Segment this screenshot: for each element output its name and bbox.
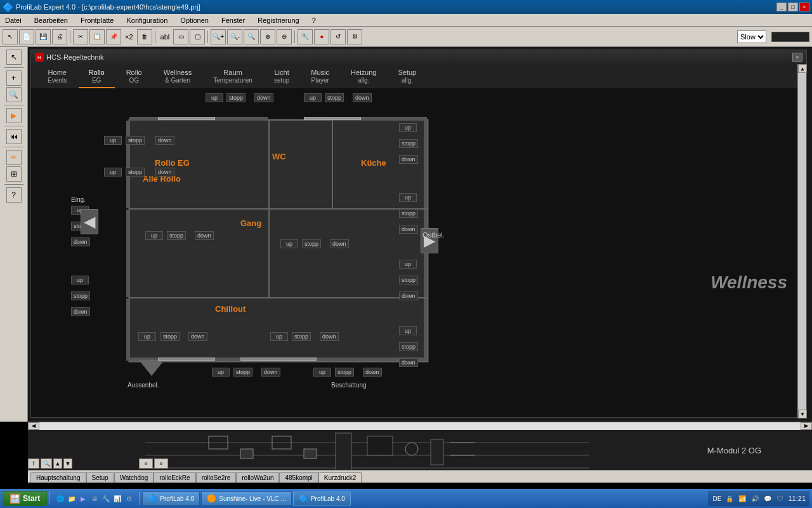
btn-chillout-r-stopp[interactable]: stopp [292, 332, 311, 341]
tab-raum[interactable]: Raum Temperaturen [203, 66, 263, 88]
tab-rollo-eg[interactable]: Rollo EG [79, 66, 115, 88]
btn-top2-down[interactable]: down [353, 93, 372, 102]
btn-right3-up[interactable]: up [399, 260, 417, 269]
nav-left-arrow[interactable]: ◀ [81, 209, 98, 234]
toolbar-paste[interactable]: 📌 [106, 29, 121, 44]
tab-hauptschaltung[interactable]: Hauptschaltung [30, 472, 86, 483]
btn-gang-down[interactable]: down [195, 231, 214, 240]
start-button[interactable]: 🪟 Start [3, 491, 47, 506]
btn-right1-stopp[interactable]: stopp [399, 139, 418, 148]
toolbar-zoom-full[interactable]: ⊕ [260, 29, 275, 44]
btn-left1-down[interactable]: down [155, 136, 174, 145]
tab-rollo-og[interactable]: Rollo OG [116, 66, 152, 88]
ql-tool3[interactable]: 📊 [112, 493, 122, 504]
menu-optionen[interactable]: Optionen [178, 15, 211, 25]
toolbar-settings[interactable]: ⚙ [347, 29, 362, 44]
tab-setup[interactable]: Setup [86, 472, 114, 483]
btn-right2-stopp[interactable]: stopp [399, 209, 418, 218]
btn-gang-stopp[interactable]: stopp [167, 231, 186, 240]
h-scroll-right[interactable]: ▶ [801, 422, 812, 430]
btn-besc-r-up[interactable]: up [313, 368, 331, 377]
toolbar-zoom-area[interactable]: ⊖ [277, 29, 292, 44]
btn-far-left2-stopp[interactable]: stopp [71, 291, 90, 300]
toolbar-delete[interactable]: 🗑 [137, 29, 152, 44]
btn-top1-stopp[interactable]: stopp [226, 93, 246, 102]
btn-right4-down[interactable]: down [399, 358, 418, 367]
btn-right2-down[interactable]: down [399, 225, 418, 234]
sidebar-zoom[interactable]: 🔍 [6, 87, 22, 102]
scroll-down-sm[interactable]: ▼ [63, 458, 72, 469]
text-icon[interactable]: T [28, 458, 39, 469]
toolbar-save[interactable]: 💾 [36, 29, 51, 44]
tab-watchdog[interactable]: Watchdog [114, 472, 154, 483]
btn-right3-stopp[interactable]: stopp [399, 276, 418, 284]
btn-besc-up[interactable]: up [212, 368, 230, 377]
ql-tool2[interactable]: 🔧 [101, 493, 111, 504]
tab-licht[interactable]: Licht setup [264, 66, 299, 88]
btn-right3-down[interactable]: down [399, 291, 418, 300]
btn-top1-up[interactable]: up [206, 93, 223, 102]
btn-right2-up[interactable]: up [399, 193, 417, 202]
btn-far-left2-down[interactable]: down [71, 307, 90, 316]
toolbar-copy[interactable]: 📋 [89, 29, 105, 44]
toolbar-tool3[interactable]: ↺ [331, 29, 346, 44]
toolbar-print[interactable]: 🖨 [52, 29, 67, 44]
menu-datei[interactable]: Datei [3, 15, 24, 25]
toolbar-cut[interactable]: ✂ [73, 29, 88, 44]
ql-tool1[interactable]: 🖥 [89, 493, 100, 504]
btn-left2-up[interactable]: up [104, 168, 122, 177]
toolbar-frame[interactable]: ▢ [190, 29, 205, 44]
btn-besc-down[interactable]: down [261, 368, 280, 377]
sidebar-right-arrow[interactable]: ▶ [6, 108, 22, 123]
title-buttons[interactable]: _ □ × [776, 3, 809, 11]
speed-combo[interactable]: Slow Fast [737, 30, 766, 43]
taskbar-profilab2[interactable]: 🔷 ProfiLab 4.0 [293, 491, 351, 505]
ql-ie[interactable]: 🌐 [55, 493, 65, 504]
tab-home[interactable]: Home Events [37, 66, 77, 88]
btn-besc-r-down[interactable]: down [363, 368, 382, 377]
pan-right[interactable]: » [154, 458, 168, 469]
tab-rollo-eck[interactable]: rolloEckRe [154, 472, 195, 483]
sidebar-component[interactable]: ⊞ [6, 166, 22, 182]
ql-media[interactable]: ▶ [78, 493, 88, 504]
sidebar-pencil[interactable]: ✏ [6, 150, 22, 165]
ql-folder[interactable]: 📁 [67, 493, 77, 504]
h-scroll-left[interactable]: ◀ [28, 422, 39, 430]
btn-top1-down[interactable]: down [254, 93, 273, 102]
btn-besc-stopp[interactable]: stopp [233, 368, 252, 377]
btn-gang-r-up[interactable]: up [280, 239, 298, 248]
sidebar-back[interactable]: ⏮ [6, 129, 22, 144]
search-btn[interactable]: 🔍 [41, 458, 52, 469]
vertical-scrollbar[interactable]: ▲ ▼ [797, 64, 806, 418]
tab-setup[interactable]: Setup allg. [388, 66, 426, 88]
tab-485kompl[interactable]: 485kompl [279, 472, 318, 483]
btn-chillout-r-down[interactable]: down [320, 332, 339, 341]
inner-close-button[interactable]: × [792, 53, 802, 62]
menu-help[interactable]: ? [310, 15, 318, 25]
btn-chillout-stopp[interactable]: stopp [160, 332, 180, 341]
tab-music-player[interactable]: Music Player [301, 66, 339, 88]
btn-right4-up[interactable]: up [399, 326, 417, 335]
toolbar-zoom-in[interactable]: 🔍+ [211, 29, 226, 44]
btn-gang-r-down[interactable]: down [330, 239, 349, 248]
tab-wellness[interactable]: Wellness & Garten [154, 66, 202, 88]
sidebar-question[interactable]: ? [6, 187, 22, 203]
btn-top2-up[interactable]: up [304, 93, 322, 102]
btn-chillout-down[interactable]: down [188, 332, 207, 341]
minimize-button[interactable]: _ [776, 3, 787, 11]
btn-gang-r-stopp[interactable]: stopp [302, 239, 321, 248]
tab-rollo-wa2un[interactable]: rolloWa2un [236, 472, 279, 483]
toolbar-rect[interactable]: ▭ [173, 29, 188, 44]
btn-left2-down[interactable]: down [155, 168, 174, 177]
btn-far-left-down[interactable]: down [71, 237, 90, 246]
btn-right1-up[interactable]: up [399, 123, 417, 132]
scroll-up-sm[interactable]: ▲ [53, 458, 62, 469]
menu-bearbeiten[interactable]: Bearbeiten [32, 15, 70, 25]
btn-top2-stopp[interactable]: stopp [325, 93, 344, 102]
sidebar-plus[interactable]: + [6, 70, 22, 86]
btn-right4-stopp[interactable]: stopp [399, 342, 418, 351]
tab-rollo-se2re[interactable]: rolloSe2re [196, 472, 237, 483]
toolbar-zoom-out[interactable]: 🔍- [227, 29, 242, 44]
menu-registrierung[interactable]: Registrierung [255, 15, 301, 25]
scroll-down-btn[interactable]: ▼ [798, 410, 807, 418]
